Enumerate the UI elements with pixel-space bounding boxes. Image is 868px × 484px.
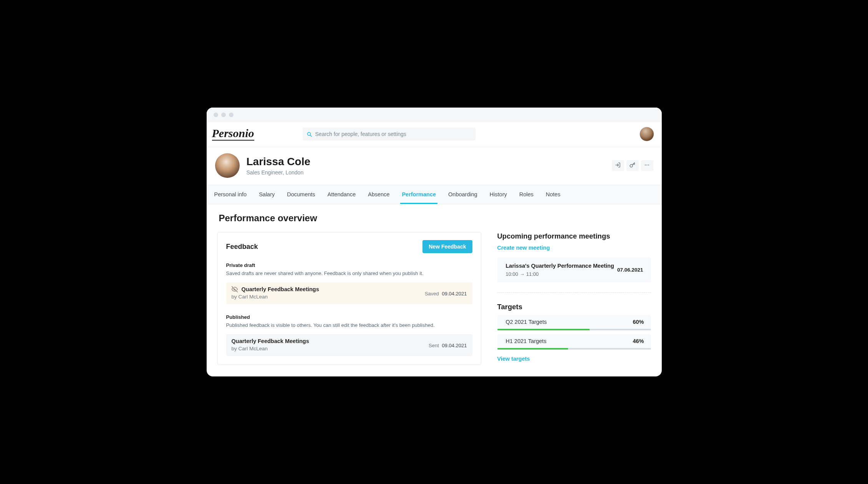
- employee-name: Larissa Cole: [247, 156, 311, 168]
- window-titlebar: [207, 108, 662, 122]
- published-item-title: Quarterly Feedback Meetings: [232, 338, 309, 344]
- tab-attendance[interactable]: Attendance: [326, 185, 357, 204]
- target-percent: 60%: [633, 319, 644, 325]
- search-icon: [306, 131, 312, 137]
- top-bar: Personio: [207, 122, 662, 147]
- target-row-0[interactable]: Q2 2021 Targets 60%: [497, 315, 651, 330]
- tab-roles[interactable]: Roles: [518, 185, 535, 204]
- login-icon: [615, 162, 621, 169]
- current-user-avatar[interactable]: [639, 127, 654, 141]
- meeting-item[interactable]: Larissa's Quarterly Performance Meeting …: [497, 257, 651, 282]
- svg-point-4: [646, 164, 647, 165]
- page-title: Performance overview: [217, 213, 651, 224]
- feedback-published-item[interactable]: Quarterly Feedback Meetings by Carl McLe…: [226, 334, 472, 356]
- progress-bar: [497, 329, 651, 330]
- published-label: Published: [226, 314, 472, 320]
- traffic-minimize[interactable]: [221, 113, 226, 117]
- traffic-zoom[interactable]: [229, 113, 234, 117]
- published-item-author: by Carl McLean: [232, 346, 429, 351]
- published-desc: Published feedback is visible to others.…: [226, 322, 472, 328]
- brand-logo[interactable]: Personio: [212, 128, 254, 141]
- tab-documents[interactable]: Documents: [285, 185, 316, 204]
- two-column-layout: Feedback New Feedback Private draft Save…: [217, 232, 651, 365]
- private-draft-desc: Saved drafts are never shared with anyon…: [226, 270, 472, 276]
- tab-history[interactable]: History: [488, 185, 509, 204]
- tab-performance[interactable]: Performance: [400, 185, 437, 204]
- targets-heading: Targets: [497, 303, 651, 311]
- profile-actions: [612, 160, 653, 171]
- key-icon: [629, 162, 635, 169]
- traffic-close[interactable]: [214, 113, 218, 117]
- more-button[interactable]: [641, 160, 653, 171]
- employee-avatar[interactable]: [215, 153, 240, 178]
- employee-role-location: Sales Engineer, London: [247, 169, 311, 176]
- tab-notes[interactable]: Notes: [544, 185, 562, 204]
- feedback-column: Feedback New Feedback Private draft Save…: [217, 232, 481, 365]
- tab-salary[interactable]: Salary: [257, 185, 276, 204]
- meetings-heading: Upcoming performance meetings: [497, 232, 651, 240]
- progress-bar: [497, 348, 651, 350]
- create-meeting-link[interactable]: Create new meeting: [497, 245, 550, 251]
- divider: [497, 292, 651, 293]
- target-percent: 46%: [633, 338, 644, 344]
- key-button[interactable]: [626, 160, 639, 171]
- tab-absence[interactable]: Absence: [366, 185, 391, 204]
- svg-line-1: [310, 135, 311, 136]
- app-window: Personio Larissa Cole Sales Engineer, Lo…: [207, 108, 662, 376]
- target-name: H1 2021 Targets: [506, 338, 547, 344]
- more-icon: [644, 162, 650, 169]
- progress-fill: [497, 329, 590, 330]
- tab-personal-info[interactable]: Personal info: [213, 185, 248, 204]
- search-field[interactable]: [303, 128, 475, 141]
- content-area: Performance overview Feedback New Feedba…: [207, 204, 662, 376]
- view-targets-link[interactable]: View targets: [497, 356, 530, 362]
- svg-point-5: [648, 164, 649, 165]
- svg-point-3: [645, 164, 646, 165]
- target-row-1[interactable]: H1 2021 Targets 46%: [497, 334, 651, 350]
- meeting-time: 10:00→11:00: [506, 271, 614, 277]
- feedback-card-header: Feedback New Feedback: [226, 240, 472, 253]
- draft-item-title: Quarterly Feedback Meetings: [242, 286, 319, 292]
- feedback-draft-item[interactable]: Quarterly Feedback Meetings by Carl McLe…: [226, 282, 472, 304]
- window-controls: [214, 113, 234, 117]
- right-column: Upcoming performance meetings Create new…: [497, 232, 651, 362]
- feedback-card: Feedback New Feedback Private draft Save…: [217, 232, 481, 365]
- target-name: Q2 2021 Targets: [506, 319, 547, 325]
- draft-item-author: by Carl McLean: [232, 294, 425, 300]
- profile-tabs: Personal info Salary Documents Attendanc…: [207, 185, 662, 204]
- new-feedback-button[interactable]: New Feedback: [422, 240, 472, 253]
- search-input[interactable]: [315, 131, 472, 137]
- meeting-title: Larissa's Quarterly Performance Meeting: [506, 263, 614, 269]
- draft-item-status: Saved 09.04.2021: [425, 286, 467, 297]
- feedback-heading: Feedback: [226, 243, 258, 251]
- meeting-date: 07.06.2021: [617, 267, 643, 273]
- profile-header: Larissa Cole Sales Engineer, London: [207, 147, 662, 185]
- login-as-button[interactable]: [612, 160, 624, 171]
- hidden-icon: [232, 286, 238, 292]
- published-item-status: Sent 09.04.2021: [429, 338, 467, 348]
- employee-identity: Larissa Cole Sales Engineer, London: [247, 156, 311, 176]
- tab-onboarding[interactable]: Onboarding: [447, 185, 479, 204]
- progress-fill: [497, 348, 568, 350]
- private-draft-label: Private draft: [226, 262, 472, 268]
